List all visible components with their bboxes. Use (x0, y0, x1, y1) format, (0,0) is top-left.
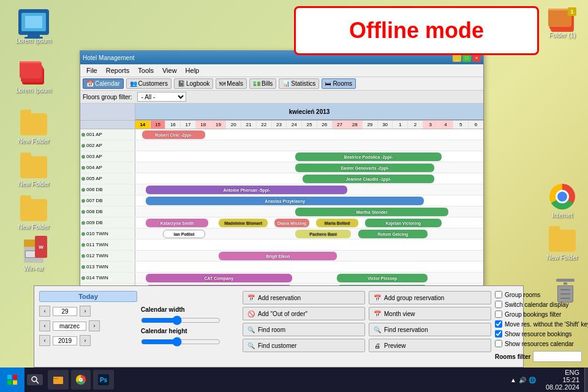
add-out-of-order-button[interactable]: 🚫 Add "Out of order" (243, 307, 365, 320)
svg-rect-6 (53, 377, 63, 384)
folder-top-right[interactable]: 1 Folder (1) (544, 7, 581, 39)
menu-reports[interactable]: Reports (102, 66, 134, 75)
preview-button[interactable]: 🖨 Preview (369, 339, 491, 352)
desktop-icon-internet[interactable]: Internet (544, 184, 581, 219)
folder-right-icon (549, 230, 576, 252)
month-view-icon: 📅 (373, 309, 382, 318)
menu-tools[interactable]: Tools (134, 66, 157, 75)
taskbar-item-explorer[interactable] (48, 370, 69, 390)
show-desktop-button[interactable] (584, 368, 588, 392)
table-row: 002 AP (80, 140, 483, 151)
taskbar-search[interactable] (27, 374, 43, 385)
desktop-icon-newfolder3[interactable]: New Folder (12, 199, 55, 230)
find-reservation-button[interactable]: 🔍 Find reservation (369, 323, 491, 336)
show-resource-checkbox[interactable] (495, 330, 502, 337)
date-28: 28 (347, 121, 363, 129)
app-menu-bar: File Reports Tools View Help (80, 64, 483, 77)
year-nav: ‹ 2019 › (39, 335, 137, 346)
taskbar-lang: ENG (546, 369, 579, 376)
calendar-width-label: Calendar width (141, 306, 239, 313)
toolbar-logbook[interactable]: 📓 Logbook (174, 78, 213, 89)
rooms-filter-input[interactable] (533, 351, 582, 362)
group-rooms-checkbox[interactable] (495, 291, 502, 298)
table-row: 007 DB Anastas Przyklasny (80, 195, 483, 206)
bills-icon: 💵 (253, 80, 260, 87)
date-14: 14 (135, 121, 151, 129)
show-resources-calendar-checkbox[interactable] (495, 340, 502, 347)
group-bookings-checkbox[interactable] (495, 311, 502, 318)
logbook-icon: 📓 (178, 80, 185, 87)
add-group-reservation-button[interactable]: 📅 Add group reservation (369, 291, 491, 304)
table-row: 001 AP Robert Ciric -2ppl- (80, 129, 483, 140)
table-row: 006 DB Antoine Phersan -5ppl- (80, 184, 483, 195)
month-next-button[interactable]: › (89, 320, 100, 331)
toolbar-rooms[interactable]: 🛏 Rooms (322, 78, 356, 89)
menu-file[interactable]: File (83, 66, 101, 75)
checkbox-move-res: Move res. without the 'Shift' key (495, 320, 588, 328)
date-27: 27 (333, 121, 348, 129)
date-16: 16 (165, 121, 181, 129)
checkbox-group-bookings: Group bookings filter (495, 311, 588, 318)
taskbar-item-ps[interactable]: Ps (93, 370, 114, 390)
toolbar-statistics[interactable]: 📊 Statistics (279, 78, 319, 89)
date-23: 23 (272, 121, 287, 129)
checkbox-switch-display: Switch calendar display (495, 301, 588, 308)
move-res-checkbox[interactable] (495, 320, 502, 328)
date-19: 19 (211, 121, 227, 129)
desktop-icon-winrar[interactable]: W Win-rar (12, 236, 55, 272)
toolbar-bills[interactable]: 💵 Bills (249, 78, 276, 89)
year-next-button[interactable]: › (80, 335, 91, 346)
date-29: 29 (363, 121, 378, 129)
add-reservation-button[interactable]: 📅 Add reservation (243, 291, 365, 304)
toolbar-calendar[interactable]: 📅 Calendar (83, 78, 124, 89)
table-row: 009 DB Katarzyna Smith Madeleine Bismart… (80, 217, 483, 228)
toolbar-customers[interactable]: 👥 Customers (126, 78, 172, 89)
filter-select[interactable]: - All - (137, 92, 186, 102)
calendar-height-slider[interactable] (141, 337, 221, 347)
table-row: 014 TWIN CAT Company Victor Plessep (80, 273, 483, 284)
date-2: 2 (408, 121, 423, 129)
day-prev-button[interactable]: ‹ (39, 306, 50, 317)
menu-view[interactable]: View (159, 66, 181, 75)
checkboxes-col: Group rooms Switch calendar display Grou… (495, 291, 588, 362)
toolbar-meals[interactable]: 🍽 Meals (216, 78, 247, 89)
red-folders-icon (20, 61, 48, 85)
desktop-icon-newfolder1[interactable]: New Folder (12, 113, 55, 145)
svg-rect-3 (13, 380, 17, 385)
svg-rect-2 (7, 380, 12, 385)
offline-banner: Offline mode (294, 6, 539, 55)
taskbar-time: 15:21 (546, 376, 579, 383)
stats-icon: 📊 (282, 80, 290, 87)
control-panel: Today ‹ 29 › ‹ marzec › ‹ 2019 › Calenda… (34, 285, 524, 368)
menu-help[interactable]: Help (182, 66, 203, 75)
today-button[interactable]: Today (39, 291, 137, 302)
svg-line-5 (36, 381, 39, 383)
slider-col: Calendar width Calendar height (141, 291, 239, 362)
year-prev-button[interactable]: ‹ (39, 335, 50, 346)
find-customer-button[interactable]: 🔍 Find customer (243, 339, 365, 352)
month-view-button[interactable]: 📅 Month view (369, 307, 491, 320)
checkbox-show-resource: Show resource bookings (495, 330, 588, 337)
find-room-button[interactable]: 🔍 Find room (243, 323, 365, 336)
desktop-icon-label: New Folder (18, 138, 49, 145)
desktop-icon-newfolder-right[interactable]: New Folder (544, 230, 581, 261)
desktop-icon-lorem1[interactable]: Lorem Ipsum (12, 9, 55, 44)
day-next-button[interactable]: › (80, 306, 91, 317)
desktop-icon-newfolder2[interactable]: New Folder (12, 156, 55, 187)
calendar-width-slider[interactable] (141, 315, 221, 325)
taskbar: Ps ▲ 🔊 🌐 ENG 15:21 08.02.2024 (0, 368, 588, 392)
taskbar-date: 08.02.2024 (546, 383, 579, 391)
switch-display-checkbox[interactable] (495, 301, 502, 308)
date-22: 22 (257, 121, 272, 129)
month-prev-button[interactable]: ‹ (39, 320, 50, 331)
taskbar-item-chrome[interactable] (71, 370, 91, 390)
svg-rect-1 (13, 375, 17, 379)
start-button[interactable] (0, 368, 24, 392)
find-room-icon: 🔍 (247, 325, 255, 334)
desktop-icon-lorem2[interactable]: Lorem Ipsum (12, 61, 55, 94)
day-nav: ‹ 29 › (39, 306, 137, 317)
date-24: 24 (287, 121, 302, 129)
room-col-header (80, 104, 135, 120)
buttons-right-col: 📅 Add group reservation 📅 Month view 🔍 F… (369, 291, 491, 362)
desktop-icon-label: New Folder (546, 254, 578, 261)
